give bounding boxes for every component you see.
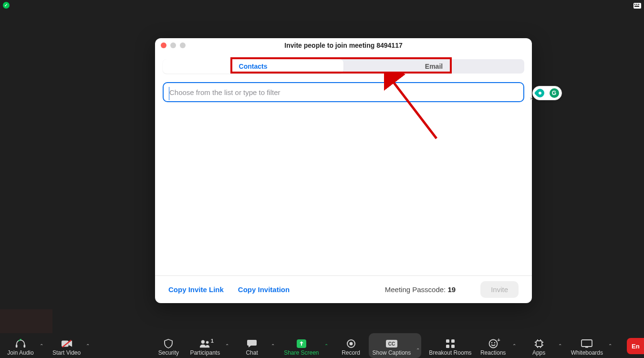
svg-rect-13 [451, 339, 455, 343]
record-label: Record [342, 349, 360, 356]
participants-button[interactable]: 1 Participants [186, 333, 224, 358]
svg-rect-19 [536, 341, 542, 347]
share-screen-menu-caret[interactable]: ⌃ [323, 343, 330, 348]
invite-dialog: Invite people to join meeting 8494117 Co… [155, 38, 532, 303]
reactions-menu-caret[interactable]: ⌃ [511, 343, 518, 348]
grammarly-icon: G [550, 88, 559, 98]
floating-assistant-widget[interactable]: G [532, 86, 562, 100]
start-video-label: Start Video [52, 349, 81, 356]
end-meeting-button[interactable]: En [627, 338, 644, 354]
dialog-title: Invite people to join meeting 8494117 [155, 42, 532, 49]
invite-tab-switcher: Contacts Email [163, 59, 524, 74]
svg-rect-20 [582, 340, 592, 347]
copy-invite-link-button[interactable]: Copy Invite Link [168, 285, 224, 294]
breakout-rooms-label: Breakout Rooms [429, 349, 471, 356]
whiteboards-menu-caret[interactable]: ⌃ [607, 343, 613, 348]
assistant-bulb-icon [534, 87, 546, 99]
join-audio-button[interactable]: Join Audio [3, 333, 38, 358]
keyboard-icon [634, 3, 641, 9]
show-captions-menu-caret[interactable]: ⌃ [415, 333, 421, 358]
chat-bubble-icon [246, 339, 258, 348]
security-label: Security [158, 349, 179, 356]
svg-point-5 [201, 340, 204, 344]
dialog-footer: Copy Invite Link Copy Invitation Meeting… [155, 275, 532, 303]
svg-rect-2 [23, 345, 25, 347]
meeting-passcode: Meeting Passcode: 19 [385, 285, 456, 294]
chat-button[interactable]: Chat [234, 333, 270, 358]
start-video-button[interactable]: Start Video [49, 333, 84, 358]
apps-menu-caret[interactable]: ⌃ [557, 343, 563, 348]
smiley-icon: + [488, 339, 499, 348]
copy-invitation-button[interactable]: Copy Invitation [238, 285, 290, 294]
passcode-label: Meeting Passcode: [385, 285, 448, 294]
show-captions-label: Show Captions [373, 349, 411, 356]
whiteboards-button[interactable]: Whiteboards [567, 333, 607, 358]
invite-button[interactable]: Invite [480, 281, 519, 298]
text-cursor-indicator [169, 87, 169, 100]
share-screen-label: Share Screen [284, 349, 319, 356]
video-thumbnail-placeholder [0, 309, 52, 333]
participants-label: Participants [190, 349, 220, 356]
share-screen-button[interactable]: Share Screen [280, 333, 322, 358]
meeting-toolbar: Join Audio ⌃ Start Video ⌃ Security 1 Pa… [0, 333, 644, 358]
svg-point-17 [491, 342, 492, 344]
video-off-icon [61, 339, 73, 348]
svg-point-6 [206, 341, 209, 344]
chat-label: Chat [246, 349, 258, 356]
svg-rect-12 [446, 339, 449, 343]
svg-rect-21 [585, 347, 588, 348]
breakout-rooms-button[interactable]: Breakout Rooms [425, 333, 475, 358]
closed-captions-icon: CC [386, 339, 397, 348]
svg-rect-14 [446, 345, 449, 348]
floating-widget-dismiss[interactable]: ✕ [530, 96, 533, 101]
share-screen-icon [296, 339, 307, 348]
whiteboard-icon [581, 339, 592, 348]
start-video-menu-caret[interactable]: ⌃ [84, 343, 91, 348]
passcode-value: 19 [447, 285, 456, 294]
shield-icon [163, 339, 174, 348]
svg-rect-15 [451, 345, 455, 348]
svg-point-18 [494, 342, 495, 344]
participants-count: 1 [211, 338, 214, 344]
reactions-label: Reactions [480, 349, 506, 356]
headphones-icon [15, 339, 26, 348]
show-captions-button[interactable]: CC Show Captions [369, 333, 415, 358]
tab-email[interactable]: Email [343, 59, 524, 74]
apps-icon [533, 339, 545, 348]
join-audio-menu-caret[interactable]: ⌃ [38, 343, 45, 348]
svg-point-16 [489, 340, 497, 348]
reactions-button[interactable]: + Reactions [476, 333, 511, 358]
record-button[interactable]: Record [333, 333, 369, 358]
apps-button[interactable]: Apps [521, 333, 557, 358]
apps-label: Apps [532, 349, 545, 356]
contact-filter-input[interactable] [163, 82, 524, 102]
participants-menu-caret[interactable]: ⌃ [224, 343, 230, 348]
svg-point-9 [349, 342, 353, 346]
tab-contacts[interactable]: Contacts [163, 59, 343, 74]
participants-icon: 1 [199, 339, 211, 348]
svg-rect-1 [16, 345, 18, 347]
join-audio-label: Join Audio [7, 349, 33, 356]
chat-menu-caret[interactable]: ⌃ [270, 343, 276, 348]
record-icon [345, 339, 357, 348]
contacts-list-area [155, 102, 532, 275]
breakout-rooms-icon [445, 339, 456, 348]
security-button[interactable]: Security [151, 333, 186, 358]
svg-text:CC: CC [388, 341, 395, 347]
whiteboards-label: Whiteboards [571, 349, 603, 356]
meeting-info-shield-icon[interactable] [3, 2, 10, 9]
dialog-titlebar: Invite people to join meeting 8494117 [155, 38, 532, 53]
